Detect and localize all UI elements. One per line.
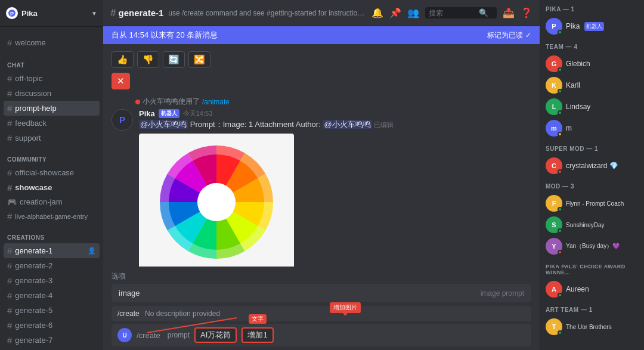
options-label: 选项 [112, 271, 531, 281]
thumbs-down-button[interactable]: 👎 [137, 51, 159, 68]
rp-avatar-yan: Y [546, 238, 562, 255]
search-box[interactable]: 🔍 [425, 7, 497, 18]
shuffle-button[interactable]: 🔀 [188, 51, 210, 68]
color-wheel-image[interactable] [139, 134, 294, 267]
sidebar-welcome-section: # welcome [0, 27, 103, 54]
sidebar-item-label: generate-3 [15, 276, 96, 285]
channel-description: use /create command and see #getting-sta… [168, 9, 367, 17]
sidebar-item-generate-7[interactable]: # generate-7 [4, 333, 100, 348]
close-button[interactable]: ✕ [112, 73, 130, 89]
rp-member-aureen[interactable]: A Aureen [544, 279, 639, 299]
rp-member-glebich[interactable]: G Glebich [544, 54, 639, 74]
prompt-value[interactable]: AI万花筒 [194, 327, 237, 343]
sidebar-item-welcome[interactable]: # welcome [4, 35, 100, 50]
chevron-down-icon: ▼ [91, 10, 97, 17]
sidebar-item-generate-5[interactable]: # generate-5 [4, 303, 100, 318]
pika-avatar: P [112, 109, 133, 131]
animate-link[interactable]: /animate [202, 98, 230, 106]
inbox-icon[interactable]: 📥 [503, 7, 515, 18]
mark-read-button[interactable]: 标记为已读 ✓ [487, 30, 531, 41]
sidebar-item-label: off-topic [15, 74, 96, 83]
sidebar-item-creation-jam[interactable]: 🎮 creation-jam [4, 195, 100, 209]
rp-member-karll[interactable]: K Karll [544, 75, 639, 95]
sidebar-item-live-alphabet[interactable]: # live-alphabet-game-entry [4, 209, 100, 224]
hash-icon: # [7, 38, 12, 48]
status-online-icon [558, 110, 562, 115]
message-body: Pika 机器人 今天14:53 @小火车鸣鸣 Prompt：Image: 1 … [139, 109, 531, 267]
server-header[interactable]: P Pika ▼ [0, 0, 103, 27]
sidebar-item-label: official-showcase [15, 168, 96, 177]
sidebar-item-label: support [15, 134, 96, 143]
image-prompt-hint: image prompt [481, 289, 524, 298]
help-icon[interactable]: ❓ [521, 7, 532, 18]
hash-icon: # [7, 261, 12, 271]
sidebar-item-support[interactable]: # support [4, 131, 100, 145]
hash-icon: # [7, 246, 12, 256]
message-time: 今天14:53 [183, 109, 213, 118]
refresh-button[interactable]: 🔄 [163, 51, 185, 68]
thumbs-up-button[interactable]: 👍 [112, 51, 134, 68]
command-section: /create No description provided 增加图片 [112, 306, 531, 321]
add-one-button[interactable]: 增加1 [242, 327, 273, 343]
sidebar-section-title-chat: CHAT [4, 62, 100, 71]
rp-member-name: The Uor Brothers [566, 324, 612, 330]
notification-bell-icon[interactable]: 🔔 [371, 7, 383, 18]
sidebar-item-official-showcase[interactable]: # official-showcase [4, 165, 100, 180]
sidebar-item-generate-1[interactable]: # generate-1 👤 [4, 243, 100, 258]
sidebar-item-label: discussion [15, 89, 96, 98]
rp-section-title-pikapals: PIKA PALS' CHOICE AWARD WINNE... [544, 264, 639, 275]
rp-member-yan[interactable]: Y Yan（Busy day）💜 [544, 236, 639, 256]
message-author: Pika [139, 109, 155, 118]
add-image-tooltip-label: 增加图片 [330, 302, 361, 313]
sidebar-item-generate-4[interactable]: # generate-4 [4, 288, 100, 303]
reaction-bar: 👍 👎 🔄 🔀 [103, 49, 540, 73]
tooltip-arrow-icon [343, 313, 348, 316]
command-prefix: /create [117, 309, 140, 318]
rp-member-uorbrothers[interactable]: T The Uor Brothers [544, 317, 639, 337]
search-input[interactable] [429, 9, 476, 17]
sidebar-item-generate-6[interactable]: # generate-6 [4, 318, 100, 333]
command-prefix-label: /create [137, 331, 160, 340]
rp-avatar-flynn: F [546, 195, 562, 212]
rp-member-lindsay[interactable]: L Lindsay [544, 97, 639, 117]
input-area: 选项 image image prompt /create No descrip… [103, 267, 540, 350]
prompt-param-label: prompt [168, 331, 190, 339]
message-row: P Pika 机器人 今天14:53 @小火车鸣鸣 Prompt：Image: … [112, 109, 531, 267]
rp-member-crystalwizard[interactable]: C crystalwizard 💎 [544, 156, 639, 176]
hash-icon: # [7, 133, 12, 143]
rp-member-m[interactable]: m m [544, 118, 639, 138]
status-online-icon [558, 293, 562, 298]
chat-input-row: U /create prompt AI万花筒 文字 增加1 [112, 324, 531, 346]
sidebar-item-label: generate-4 [15, 291, 96, 300]
message-text: @小火车鸣鸣 Prompt：Image: 1 Attachment Author… [139, 119, 531, 130]
sidebar-item-generate-3[interactable]: # generate-3 [4, 273, 100, 288]
members-icon[interactable]: 👥 [407, 7, 419, 18]
rp-section-title-supermod: SUPER MOD — 1 [544, 145, 639, 152]
rp-member-pika[interactable]: P Pika 机器人 [544, 16, 639, 36]
status-dnd-icon [558, 250, 562, 255]
sidebar-item-generate-2[interactable]: # generate-2 [4, 258, 100, 273]
sidebar-item-prompt-help[interactable]: # prompt-help [4, 101, 100, 116]
hash-icon: # [7, 211, 12, 221]
sidebar-chat-section: CHAT # off-topic # discussion # prompt-h… [0, 54, 103, 148]
sidebar-item-label: generate-2 [15, 261, 96, 270]
edited-label: 已编辑 [374, 121, 394, 128]
sidebar-section-title-community: COMMUNITY [4, 156, 100, 165]
status-online-icon [558, 207, 562, 212]
sidebar-item-showcase[interactable]: # showcase [4, 180, 100, 195]
sidebar-item-discussion[interactable]: # discussion [4, 86, 100, 101]
sidebar-item-off-topic[interactable]: # off-topic [4, 71, 100, 86]
rp-avatar-m: m [546, 120, 562, 137]
topbar-icons: 🔔 📌 👥 🔍 📥 ❓ [371, 7, 532, 18]
animate-tag: 小火车鸣鸣使用了 /animate [135, 97, 230, 107]
rp-avatar-pika: P [546, 18, 562, 35]
rp-member-sunshiney[interactable]: S SunshineyDay [544, 215, 639, 235]
rp-member-flynn[interactable]: F Flynn - Prompt Coach [544, 193, 639, 213]
pin-icon[interactable]: 📌 [389, 7, 401, 18]
gamepad-icon: 🎮 [7, 197, 17, 206]
status-online-icon [558, 67, 562, 72]
sidebar: P Pika ▼ # welcome CHAT # off-topic # di… [0, 0, 103, 350]
status-online-icon [558, 89, 562, 94]
rp-member-name: Yan（Busy day）💜 [566, 242, 620, 250]
sidebar-item-feedback[interactable]: # feedback [4, 116, 100, 131]
